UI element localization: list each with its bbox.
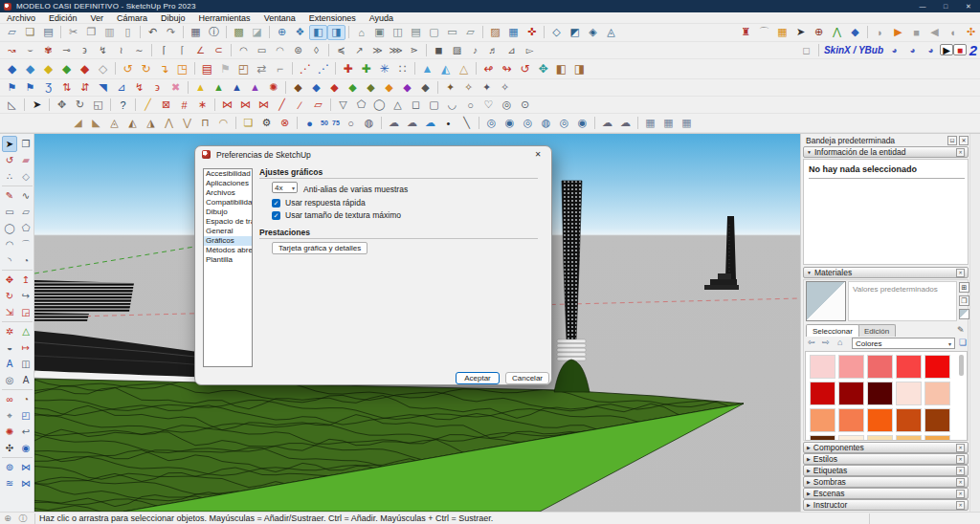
category-aplicaciones[interactable]: Aplicaciones bbox=[204, 179, 252, 188]
angle-tool-icon[interactable]: ∠ bbox=[191, 42, 210, 57]
cube-gray-icon[interactable]: ◻ bbox=[797, 42, 815, 57]
scale-2-icon[interactable]: ◱ bbox=[89, 98, 107, 113]
settings-gear-icon[interactable]: ⚙ bbox=[257, 116, 276, 131]
anim-shape-2-icon[interactable]: ◖ bbox=[944, 25, 962, 40]
bezier-tool-6-icon[interactable]: ↯ bbox=[94, 42, 112, 57]
paint-bucket-tool[interactable]: ∴ bbox=[2, 168, 17, 185]
sandbox-5-icon[interactable]: ◮ bbox=[142, 116, 160, 131]
sandbox-7-icon[interactable]: ⋁ bbox=[178, 116, 196, 131]
solid-shape-11-icon[interactable]: ⊙ bbox=[516, 98, 534, 113]
menu-cámara[interactable]: Cámara bbox=[110, 13, 154, 23]
front-view-icon[interactable]: ◨ bbox=[327, 25, 345, 40]
swirl-red-icon[interactable]: ↺ bbox=[516, 61, 534, 76]
updown-2-icon[interactable]: ⇵ bbox=[76, 79, 94, 95]
tri-right-icon[interactable]: ▻ bbox=[521, 42, 539, 57]
menu-ayuda[interactable]: Ayuda bbox=[363, 13, 400, 23]
target-1-icon[interactable]: ◎ bbox=[482, 116, 501, 131]
rotate-tool[interactable]: ↻ bbox=[2, 288, 17, 304]
texture-tool-icon[interactable]: ▨ bbox=[486, 25, 504, 40]
arc-tool[interactable]: ◠ bbox=[2, 236, 17, 252]
section-close-icon[interactable]: ✕ bbox=[956, 478, 965, 487]
color-swatch[interactable] bbox=[838, 408, 864, 432]
texture-b-icon[interactable]: ▦ bbox=[659, 116, 678, 131]
section-plane-tool[interactable]: ⊚ bbox=[2, 459, 17, 475]
two-point-arc-tool[interactable]: ⌒ bbox=[18, 236, 33, 252]
quad-red-icon[interactable]: ▱ bbox=[309, 98, 327, 113]
tray-scrollbar-track[interactable] bbox=[969, 134, 980, 512]
red-list-icon[interactable]: ▤ bbox=[198, 61, 216, 76]
asterisk-blue-icon[interactable]: ✳ bbox=[375, 61, 393, 76]
cursor-tool-icon[interactable]: ➤ bbox=[791, 25, 810, 40]
bezier-tool-3-icon[interactable]: ✾ bbox=[39, 42, 57, 57]
cloud-pointer-icon[interactable]: ☁ bbox=[421, 116, 439, 131]
color-swatch[interactable] bbox=[924, 435, 950, 441]
secondary-pane-icon[interactable]: ❒ bbox=[959, 295, 969, 306]
redo-icon[interactable]: ↷ bbox=[162, 25, 180, 40]
loop-red-1-icon[interactable]: ↫ bbox=[479, 61, 498, 76]
prism-icon[interactable]: ◺ bbox=[3, 98, 21, 113]
category-espacio-de-trab-[interactable]: Espacio de trab... bbox=[204, 217, 252, 227]
color-swatch[interactable] bbox=[896, 435, 922, 441]
axes-tool[interactable]: △ bbox=[18, 323, 33, 339]
credits-icon[interactable]: ⓘ bbox=[15, 513, 31, 524]
materials-header[interactable]: ▼ Materiales ✕ bbox=[803, 267, 969, 278]
geo-globe-icon[interactable]: ⊕ bbox=[810, 25, 828, 40]
color-swatch[interactable] bbox=[896, 382, 922, 405]
default-material-swatch[interactable] bbox=[959, 309, 969, 319]
box-x-red-icon[interactable]: ⊠ bbox=[157, 98, 175, 113]
pair-tool-2-icon[interactable]: ✧ bbox=[459, 79, 478, 95]
solid-shape-2-icon[interactable]: ⬠ bbox=[352, 98, 370, 113]
slash-red-1-icon[interactable]: ╱ bbox=[273, 98, 291, 113]
plus-green-icon[interactable]: ✚ bbox=[357, 61, 375, 76]
bezier-tool-1-icon[interactable]: ↝ bbox=[3, 42, 21, 57]
category-accesibilidad[interactable]: Accesibilidad bbox=[204, 169, 252, 179]
wireframe-2-icon[interactable]: ◩ bbox=[566, 25, 584, 40]
bolt-red-icon[interactable]: ↯ bbox=[130, 79, 148, 95]
target-4-icon[interactable]: ◍ bbox=[537, 116, 555, 131]
orange-undo-icon[interactable]: ↺ bbox=[119, 61, 137, 76]
view-pane-4-icon[interactable]: ▢ bbox=[425, 25, 443, 40]
zig-red-icon[interactable]: ϶ bbox=[148, 79, 167, 95]
section-escenas[interactable]: ▶Escenas✕ bbox=[803, 488, 969, 499]
x-red-3-icon[interactable]: ⋈ bbox=[255, 98, 273, 113]
chevron-dot-icon[interactable]: ⋗ bbox=[405, 42, 423, 57]
target-2-icon[interactable]: ◉ bbox=[501, 116, 519, 131]
color-swatch[interactable] bbox=[924, 408, 950, 432]
corner-icon[interactable]: ⌐ bbox=[271, 61, 289, 76]
paste-icon[interactable]: ▥ bbox=[100, 25, 119, 40]
material-name-field[interactable]: Valores predeterminados bbox=[848, 281, 957, 321]
solid-block-icon[interactable]: ◼ bbox=[430, 42, 448, 57]
tray-pin-icon[interactable]: ⊡ bbox=[947, 136, 957, 145]
follow-me-tool[interactable]: ↪ bbox=[18, 288, 33, 304]
menu-ventana[interactable]: Ventana bbox=[257, 13, 302, 23]
sandbox-2-icon[interactable]: ◣ bbox=[87, 116, 105, 131]
forward-icon[interactable]: ⇨ bbox=[822, 338, 830, 347]
layer-arrow-red-icon[interactable]: ◆ bbox=[325, 79, 344, 95]
texture-a-icon[interactable]: ▦ bbox=[641, 116, 659, 131]
stop-icon[interactable]: ■ bbox=[907, 25, 925, 40]
cross-teal-icon[interactable]: ✥ bbox=[534, 61, 552, 76]
move-tool[interactable]: ✥ bbox=[2, 272, 17, 288]
wireframe-4-icon[interactable]: ◬ bbox=[602, 25, 620, 40]
diamond-green-icon[interactable]: ◆ bbox=[57, 61, 76, 76]
position-camera-tool[interactable]: ◔ bbox=[18, 391, 33, 407]
corner-tool-2-icon[interactable]: ⌈ bbox=[173, 42, 191, 57]
solid-shape-6-icon[interactable]: ▢ bbox=[425, 98, 443, 113]
close-button[interactable]: ✕ bbox=[957, 0, 980, 12]
texture-c-icon[interactable]: ▦ bbox=[678, 116, 696, 131]
j-tool-icon[interactable]: Ʒ bbox=[39, 79, 57, 95]
corner-tool-1-icon[interactable]: ⌈ bbox=[155, 42, 173, 57]
x-red-1-icon[interactable]: ⋈ bbox=[218, 98, 236, 113]
materials-close-icon[interactable]: ✕ bbox=[956, 269, 965, 277]
eraser-tool[interactable]: ▰ bbox=[18, 152, 33, 168]
solid-shape-4-icon[interactable]: △ bbox=[389, 98, 407, 113]
solid-shape-10-icon[interactable]: ◎ bbox=[498, 98, 516, 113]
circle-tool[interactable]: ◯ bbox=[2, 220, 17, 236]
skin-blob-1-icon[interactable]: ◕ bbox=[885, 42, 903, 57]
diamond-white-icon[interactable]: ◇ bbox=[94, 61, 112, 76]
color-swatch[interactable] bbox=[810, 382, 835, 405]
slab-tool-icon[interactable]: ▭ bbox=[253, 42, 271, 57]
drop-hatch-icon[interactable]: ◍ bbox=[360, 116, 378, 131]
section-close-icon[interactable]: ✕ bbox=[956, 490, 965, 498]
hatch-block-icon[interactable]: ▨ bbox=[448, 42, 466, 57]
